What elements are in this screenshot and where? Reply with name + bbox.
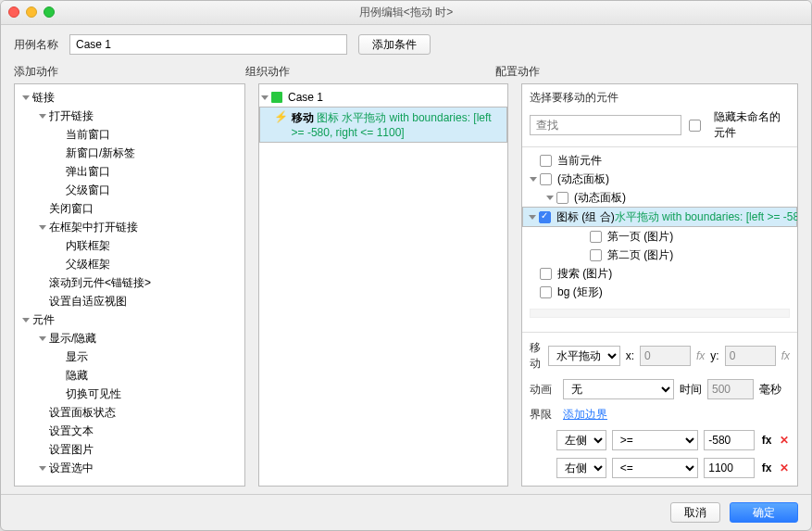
case-label: Case 1 bbox=[288, 91, 323, 104]
tree-item[interactable]: 新窗口/新标签 bbox=[15, 144, 244, 162]
action-row[interactable]: ⚡ 移动 图标 水平拖动 with boundaries: [left >= -… bbox=[259, 107, 507, 143]
x-fx-button[interactable]: fx bbox=[696, 349, 705, 362]
b2-side-select[interactable]: 右侧 bbox=[556, 458, 606, 478]
tree-item[interactable]: 打开链接 bbox=[15, 107, 244, 125]
chevron-icon[interactable] bbox=[530, 177, 537, 182]
widget-checkbox[interactable] bbox=[590, 231, 602, 243]
tree-item[interactable]: 在框架中打开链接 bbox=[15, 218, 244, 236]
tree-item[interactable]: 链接 bbox=[15, 88, 244, 107]
widget-row[interactable]: 图标 (组 合) 水平拖动 with boundaries: [left >= … bbox=[522, 207, 797, 227]
widget-label: 当前元件 bbox=[557, 153, 602, 169]
chevron-icon[interactable] bbox=[39, 466, 46, 471]
actions-tree[interactable]: 链接打开链接当前窗口新窗口/新标签弹出窗口父级窗口关闭窗口在框架中打开链接内联框… bbox=[15, 84, 244, 481]
tree-item-label: 切换可见性 bbox=[66, 386, 121, 402]
tree-item-label: 设置自适应视图 bbox=[49, 294, 127, 310]
widget-label: (动态面板) bbox=[557, 171, 609, 187]
bolt-icon: ⚡ bbox=[274, 110, 288, 123]
tree-item[interactable]: 设置自适应视图 bbox=[15, 292, 244, 310]
chevron-icon[interactable] bbox=[39, 336, 46, 341]
tree-item[interactable]: 设置面板状态 bbox=[15, 403, 244, 422]
tree-item[interactable]: 元件 bbox=[15, 310, 244, 329]
zoom-icon[interactable] bbox=[44, 6, 55, 18]
widget-tree[interactable]: 当前元件(动态面板)(动态面板)图标 (组 合) 水平拖动 with bound… bbox=[522, 146, 797, 333]
b1-remove-icon[interactable]: ✕ bbox=[779, 434, 790, 447]
y-fx-button[interactable]: fx bbox=[781, 349, 790, 362]
b1-value-input[interactable] bbox=[704, 430, 755, 450]
case-icon bbox=[271, 92, 282, 103]
widget-checkbox[interactable] bbox=[556, 192, 568, 204]
widget-checkbox[interactable] bbox=[540, 268, 552, 280]
tree-item[interactable]: 隐藏 bbox=[15, 366, 244, 385]
tree-item[interactable]: 父级框架 bbox=[15, 255, 244, 273]
tree-item[interactable]: 设置图片 bbox=[15, 440, 244, 459]
tree-item[interactable]: 滚动到元件<锚链接> bbox=[15, 273, 244, 292]
tree-item-label: 当前窗口 bbox=[66, 127, 110, 143]
col-left-header: 添加动作 bbox=[14, 64, 245, 80]
widget-detail: 水平拖动 with boundaries: [left >= -58 bbox=[615, 209, 797, 225]
widget-checkbox[interactable] bbox=[539, 211, 551, 223]
b2-remove-icon[interactable]: ✕ bbox=[779, 461, 790, 474]
case-row[interactable]: Case 1 bbox=[259, 88, 507, 107]
tree-item[interactable]: 设置选中 bbox=[15, 459, 244, 477]
search-input[interactable] bbox=[530, 115, 681, 135]
widget-row[interactable]: bg (矩形) bbox=[522, 283, 797, 301]
move-type-select[interactable]: 水平拖动 bbox=[548, 346, 620, 366]
chevron-icon[interactable] bbox=[39, 114, 46, 119]
tree-item[interactable]: 设置文本 bbox=[15, 422, 244, 440]
horizontal-scrollbar[interactable] bbox=[530, 309, 790, 318]
case-tree[interactable]: Case 1 ⚡ 移动 图标 水平拖动 with boundaries: [le… bbox=[259, 84, 507, 146]
chevron-icon[interactable] bbox=[22, 95, 30, 100]
tree-item-label: 显示/隐藏 bbox=[49, 331, 96, 347]
widget-checkbox[interactable] bbox=[590, 249, 602, 261]
widget-row[interactable]: (动态面板) bbox=[522, 170, 797, 188]
time-unit: 毫秒 bbox=[759, 382, 781, 398]
widget-checkbox[interactable] bbox=[540, 155, 552, 167]
tree-item-label: 在框架中打开链接 bbox=[49, 220, 138, 235]
chevron-icon[interactable] bbox=[39, 225, 46, 230]
tree-item[interactable]: 弹出窗口 bbox=[15, 162, 244, 181]
widget-row[interactable]: 第一页 (图片) bbox=[522, 227, 797, 246]
b2-op-select[interactable]: <= bbox=[612, 458, 698, 478]
tree-item-label: 新窗口/新标签 bbox=[66, 145, 135, 161]
search-row: 隐藏未命名的元件 bbox=[522, 109, 797, 146]
chevron-icon[interactable] bbox=[529, 215, 536, 220]
b2-fx-button[interactable]: fx bbox=[760, 461, 773, 474]
dialog-window: 用例编辑<拖动 时> 用例名称 添加条件 添加动作 组织动作 配置动作 链接打开… bbox=[0, 0, 812, 531]
tree-item[interactable]: 内联框架 bbox=[15, 236, 244, 255]
widget-checkbox[interactable] bbox=[540, 173, 552, 185]
add-condition-button[interactable]: 添加条件 bbox=[358, 34, 431, 55]
tree-item[interactable]: 当前窗口 bbox=[15, 125, 244, 144]
widget-row[interactable]: 当前元件 bbox=[522, 151, 797, 170]
case-name-input[interactable] bbox=[69, 34, 347, 55]
chevron-icon[interactable] bbox=[22, 318, 30, 322]
y-input[interactable] bbox=[725, 346, 776, 366]
tree-item[interactable]: 关闭窗口 bbox=[15, 199, 244, 218]
cancel-button[interactable]: 取消 bbox=[670, 502, 720, 523]
add-boundary-link[interactable]: 添加边界 bbox=[563, 407, 607, 423]
config-header: 选择要移动的元件 bbox=[522, 84, 797, 109]
close-icon[interactable] bbox=[8, 6, 19, 18]
widget-checkbox[interactable] bbox=[540, 286, 552, 298]
tree-item[interactable]: 显示/隐藏 bbox=[15, 329, 244, 348]
b1-side-select[interactable]: 左侧 bbox=[556, 430, 606, 450]
b1-op-select[interactable]: >= bbox=[612, 430, 698, 450]
ok-button[interactable]: 确定 bbox=[730, 502, 798, 523]
column-headers: 添加动作 组织动作 配置动作 bbox=[1, 64, 811, 83]
chevron-icon[interactable] bbox=[546, 196, 554, 200]
b2-value-input[interactable] bbox=[704, 458, 755, 478]
widget-row[interactable]: 第二页 (图片) bbox=[522, 246, 797, 264]
widget-row[interactable]: (动态面板) bbox=[522, 188, 797, 207]
minimize-icon[interactable] bbox=[26, 6, 37, 18]
tree-item[interactable]: 切换可见性 bbox=[15, 385, 244, 403]
tree-item-label: 元件 bbox=[32, 312, 55, 328]
widget-row[interactable]: 搜索 (图片) bbox=[522, 264, 797, 283]
tree-item[interactable]: 父级窗口 bbox=[15, 181, 244, 199]
anim-select[interactable]: 无 bbox=[563, 379, 674, 399]
config-form: 移动 水平拖动 x: fx y: fx 动画 无 时间 毫秒 bbox=[522, 333, 797, 486]
time-input[interactable] bbox=[707, 379, 754, 399]
b1-fx-button[interactable]: fx bbox=[760, 434, 773, 447]
tree-item[interactable]: 显示 bbox=[15, 348, 244, 366]
chevron-down-icon[interactable] bbox=[261, 95, 269, 100]
x-input[interactable] bbox=[640, 346, 691, 366]
hide-unnamed-checkbox[interactable] bbox=[689, 120, 701, 132]
